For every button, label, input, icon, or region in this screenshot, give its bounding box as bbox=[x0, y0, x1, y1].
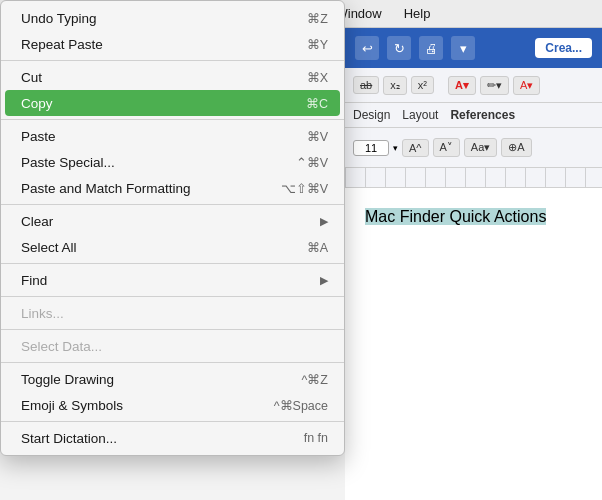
menu-item-label: Cut bbox=[21, 70, 267, 85]
menu-item-shortcut: ⌥⇧⌘V bbox=[281, 181, 328, 196]
print-icon[interactable]: 🖨 bbox=[419, 36, 443, 60]
menu-divider-14 bbox=[1, 296, 344, 297]
menu-divider-16 bbox=[1, 329, 344, 330]
menu-item-label: Paste and Match Formatting bbox=[21, 181, 241, 196]
menu-item-copy[interactable]: Copy⌘C bbox=[5, 90, 340, 116]
tab-references[interactable]: References bbox=[450, 108, 515, 122]
menu-item-shortcut: ⌘C bbox=[306, 96, 328, 111]
submenu-arrow-icon: ▶ bbox=[320, 274, 328, 287]
menu-item-shortcut: ⌘X bbox=[307, 70, 328, 85]
font-size-input[interactable]: 11 bbox=[353, 140, 389, 156]
save-icon[interactable]: ▾ bbox=[451, 36, 475, 60]
menu-item-label: Undo Typing bbox=[21, 11, 267, 26]
menu-item-shortcut: ^⌘Space bbox=[274, 398, 328, 413]
menu-divider-12 bbox=[1, 263, 344, 264]
menu-item-label: Start Dictation... bbox=[21, 431, 264, 446]
menu-item-label: Toggle Drawing bbox=[21, 372, 261, 387]
tab-layout[interactable]: Layout bbox=[402, 108, 438, 122]
menu-item-label: Select All bbox=[21, 240, 267, 255]
undo-icon[interactable]: ↩ bbox=[355, 36, 379, 60]
menu-item-select-data-: Select Data... bbox=[1, 333, 344, 359]
subscript-btn[interactable]: x₂ bbox=[383, 76, 407, 95]
menu-item-label: Paste bbox=[21, 129, 267, 144]
menu-item-start-dictation-[interactable]: Start Dictation...fn fn bbox=[1, 425, 344, 451]
menu-item-undo-typing[interactable]: Undo Typing⌘Z bbox=[1, 5, 344, 31]
menu-item-label: Clear bbox=[21, 214, 320, 229]
superscript-btn[interactable]: x² bbox=[411, 76, 434, 94]
ribbon-top: ↩ ↻ 🖨 ▾ Crea... bbox=[345, 28, 602, 68]
menu-item-clear[interactable]: Clear▶ bbox=[1, 208, 344, 234]
menubar-item-help[interactable]: Help bbox=[394, 4, 441, 23]
create-button[interactable]: Crea... bbox=[535, 38, 592, 58]
menu-item-paste-special-[interactable]: Paste Special...⌃⌘V bbox=[1, 149, 344, 175]
submenu-arrow-icon: ▶ bbox=[320, 215, 328, 228]
menu-divider-2 bbox=[1, 60, 344, 61]
menu-item-paste-and-match-formatting[interactable]: Paste and Match Formatting⌥⇧⌘V bbox=[1, 175, 344, 201]
highlight-btn[interactable]: ✏▾ bbox=[480, 76, 509, 95]
menu-item-shortcut: ⌃⌘V bbox=[296, 155, 328, 170]
strikethrough-btn[interactable]: ab bbox=[353, 76, 379, 94]
menu-divider-5 bbox=[1, 119, 344, 120]
menu-item-shortcut: ⌘A bbox=[307, 240, 328, 255]
redo-icon[interactable]: ↻ bbox=[387, 36, 411, 60]
menu-item-links-: Links... bbox=[1, 300, 344, 326]
ruler bbox=[345, 168, 602, 188]
menu-item-shortcut: ⌘Z bbox=[307, 11, 328, 26]
format-toolbar: 11 ▾ A^ A˅ Aa▾ ⊕A bbox=[345, 128, 602, 168]
menu-item-select-all[interactable]: Select All⌘A bbox=[1, 234, 344, 260]
clear-format-btn[interactable]: ⊕A bbox=[501, 138, 531, 157]
menu-item-shortcut: ^⌘Z bbox=[301, 372, 328, 387]
font-case-btn[interactable]: Aa▾ bbox=[464, 138, 497, 157]
menu-item-label: Repeat Paste bbox=[21, 37, 267, 52]
menu-item-repeat-paste[interactable]: Repeat Paste⌘Y bbox=[1, 31, 344, 57]
menu-item-find[interactable]: Find▶ bbox=[1, 267, 344, 293]
menu-item-emoji-symbols[interactable]: Emoji & Symbols^⌘Space bbox=[1, 392, 344, 418]
menu-item-paste[interactable]: Paste⌘V bbox=[1, 123, 344, 149]
menu-item-shortcut: ⌘V bbox=[307, 129, 328, 144]
decrease-font-btn[interactable]: A˅ bbox=[433, 138, 460, 157]
document-body: Mac Finder Quick Actions bbox=[345, 188, 602, 500]
font-color-btn[interactable]: A▾ bbox=[448, 76, 476, 95]
highlighted-text: Mac Finder Quick Actions bbox=[365, 208, 546, 225]
edit-menu-dropdown: Undo Typing⌘ZRepeat Paste⌘YCut⌘XCopy⌘CPa… bbox=[0, 0, 345, 456]
menu-divider-18 bbox=[1, 362, 344, 363]
menu-item-cut[interactable]: Cut⌘X bbox=[1, 64, 344, 90]
menu-item-shortcut: fn fn bbox=[304, 431, 328, 445]
menu-divider-9 bbox=[1, 204, 344, 205]
menu-item-label: Select Data... bbox=[21, 339, 328, 354]
menu-item-shortcut: ⌘Y bbox=[307, 37, 328, 52]
menu-item-label: Copy bbox=[21, 96, 266, 111]
text-color-btn[interactable]: A▾ bbox=[513, 76, 540, 95]
menu-item-label: Paste Special... bbox=[21, 155, 256, 170]
menu-item-label: Links... bbox=[21, 306, 328, 321]
ribbon-toolbar-row2: ab x₂ x² A▾ ✏▾ A▾ bbox=[345, 68, 602, 103]
ruler-line bbox=[345, 168, 602, 187]
tab-design[interactable]: Design bbox=[353, 108, 390, 122]
menu-item-label: Find bbox=[21, 273, 320, 288]
menu-item-toggle-drawing[interactable]: Toggle Drawing^⌘Z bbox=[1, 366, 344, 392]
increase-font-btn[interactable]: A^ bbox=[402, 139, 429, 157]
menu-divider-21 bbox=[1, 421, 344, 422]
font-size-dropdown-icon[interactable]: ▾ bbox=[393, 143, 398, 153]
menu-item-label: Emoji & Symbols bbox=[21, 398, 234, 413]
ribbon-tab-bar: Design Layout References bbox=[345, 103, 602, 128]
